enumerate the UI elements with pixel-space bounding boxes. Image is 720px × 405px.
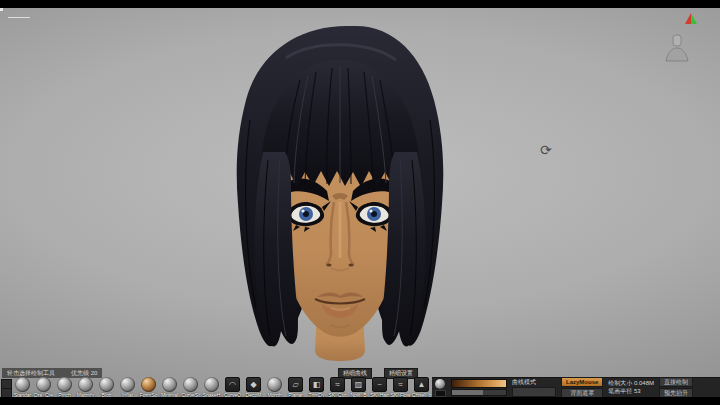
head-model	[0, 8, 720, 397]
brush-icon[interactable]	[99, 377, 114, 392]
brush-icon[interactable]	[36, 377, 51, 392]
rotate-cursor-icon: ⟳	[540, 142, 552, 158]
slider-fill	[452, 390, 483, 395]
brush-icon[interactable]	[120, 377, 135, 392]
direct-draw-button[interactable]: 直接绘制	[659, 377, 693, 387]
brush-item[interactable]: Minimal	[159, 377, 180, 397]
brush-item[interactable]: ▱ Planar	[285, 377, 306, 397]
brush-icon[interactable]: ▨	[351, 377, 366, 392]
bust-preview-icon[interactable]	[664, 34, 690, 62]
brush-item[interactable]: ◠ CurveQ	[222, 377, 243, 397]
brush-item[interactable]: Dra_Cre	[33, 377, 54, 397]
brush-icon[interactable]	[183, 377, 198, 392]
brush-item[interactable]: Pinch	[54, 377, 75, 397]
draw-size-label: 绘制大小 0.048M	[608, 380, 654, 387]
brush-icon[interactable]	[267, 377, 282, 392]
gradient-swatch[interactable]	[451, 379, 507, 388]
video-frame: ⟳ 轻击选择绘制工具 优先级 20 精细曲线 精细设置 Standar Dra_…	[0, 0, 720, 405]
brush-icon[interactable]	[57, 377, 72, 392]
lazymouse-button[interactable]: LazyMouse	[561, 377, 603, 387]
brush-item[interactable]: ~ SK_Hair	[369, 377, 390, 397]
brush-item[interactable]: Blob	[96, 377, 117, 397]
brush-icon[interactable]: ▱	[288, 377, 303, 392]
frame-corner-dot	[0, 8, 3, 11]
brush-item[interactable]: CurveSt	[180, 377, 201, 397]
brush-item[interactable]: Inflat	[117, 377, 138, 397]
alpha-preview-icon[interactable]	[435, 390, 446, 397]
brush-item[interactable]: FormSo	[138, 377, 159, 397]
brush-icon[interactable]: ◆	[246, 377, 261, 392]
brush-icon[interactable]	[204, 377, 219, 392]
brush-item[interactable]: ▲ Chisel_b	[411, 377, 432, 397]
viewport-3d-canvas[interactable]: ⟳	[0, 8, 720, 397]
letterbox-top	[0, 0, 720, 8]
brush-item[interactable]: ▨ Nojit_B	[348, 377, 369, 397]
brush-settings-panel: 曲线模式 LazyMouse 背面遮罩 绘制大小 0.048M 笔画半径 53 …	[432, 377, 720, 397]
brush-icon[interactable]: ≈	[393, 377, 408, 392]
brush-icon[interactable]: ≈	[330, 377, 345, 392]
letterbox-bottom	[0, 397, 720, 405]
brush-icon[interactable]	[15, 377, 30, 392]
brush-icon[interactable]	[162, 377, 177, 392]
frame-marker-line	[8, 17, 30, 18]
brush-strip: Standar Dra_Cre Pinch Magnify Blob Infla…	[12, 377, 432, 397]
brush-icon[interactable]	[141, 377, 156, 392]
brush-item[interactable]: Morph	[264, 377, 285, 397]
brush-item[interactable]: ◧ TrimDy	[306, 377, 327, 397]
slider-track[interactable]	[451, 389, 507, 396]
brush-item[interactable]: SnakeH	[201, 377, 222, 397]
brush-icon[interactable]	[78, 377, 93, 392]
brush-item[interactable]: Standar	[12, 377, 33, 397]
brush-item[interactable]: ≈ SK_Flow	[390, 377, 411, 397]
brush-item[interactable]: Magnify	[75, 377, 96, 397]
brush-item[interactable]: ◆ DecoM	[243, 377, 264, 397]
brush-icon[interactable]: ◠	[225, 377, 240, 392]
brush-icon[interactable]: ~	[372, 377, 387, 392]
stroke-radius-label: 笔画半径 53	[608, 388, 654, 395]
axis-gizmo-icon[interactable]	[682, 12, 700, 26]
curve-mode-label[interactable]: 曲线模式	[512, 379, 556, 386]
curve-edit-button[interactable]	[512, 387, 556, 397]
brush-icon[interactable]: ▲	[414, 377, 429, 392]
brush-item[interactable]: ≈ SK_Clot	[327, 377, 348, 397]
stroke-preview-icon[interactable]	[435, 379, 445, 389]
brush-icon[interactable]: ◧	[309, 377, 324, 392]
